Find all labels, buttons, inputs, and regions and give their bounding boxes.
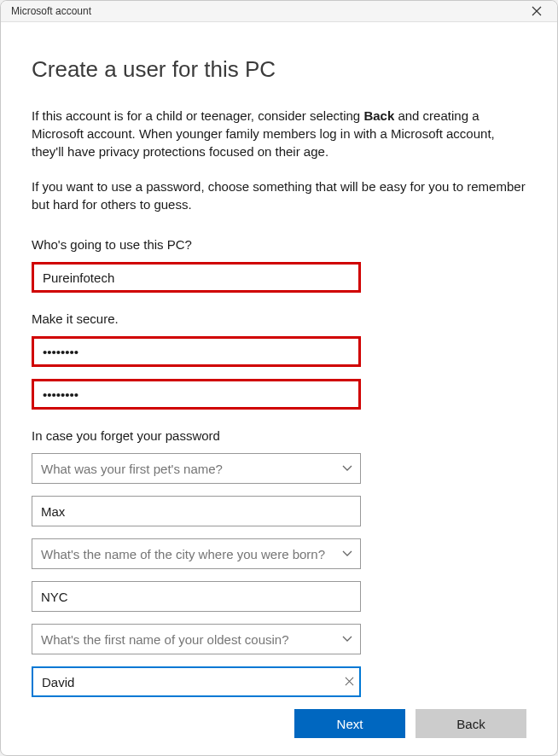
password-label: Make it secure. xyxy=(32,311,526,326)
page-heading: Create a user for this PC xyxy=(32,56,526,83)
content-area: Create a user for this PC If this accoun… xyxy=(1,22,557,756)
security-question-2-select[interactable]: What's the name of the city where you we… xyxy=(32,538,361,569)
close-icon xyxy=(532,6,542,16)
security-question-1-select[interactable]: What was your first pet's name? xyxy=(32,453,361,484)
clear-input-button[interactable] xyxy=(345,675,354,689)
security-answer-3-input[interactable] xyxy=(32,666,361,697)
button-row: Next Back xyxy=(32,709,526,747)
password-confirm-row xyxy=(32,379,526,410)
back-button[interactable]: Back xyxy=(416,709,526,738)
intro-paragraph-1: If this account is for a child or teenag… xyxy=(32,107,526,160)
password-input[interactable] xyxy=(32,336,361,367)
close-button[interactable] xyxy=(523,1,550,21)
security-question-3-value: What's the first name of your oldest cou… xyxy=(32,624,361,654)
username-row xyxy=(32,262,526,293)
security-answer-1-input[interactable] xyxy=(32,496,361,526)
username-input[interactable] xyxy=(32,262,361,293)
close-icon xyxy=(345,677,354,686)
titlebar: Microsoft account xyxy=(1,1,557,22)
security-answer-2-row xyxy=(32,581,526,612)
security-questions-label: In case you forget your password xyxy=(32,428,526,443)
window: Microsoft account Create a user for this… xyxy=(0,0,558,756)
password-row xyxy=(32,336,526,367)
security-question-3-select[interactable]: What's the first name of your oldest cou… xyxy=(32,624,361,654)
security-answer-2-input[interactable] xyxy=(32,581,361,612)
next-button[interactable]: Next xyxy=(294,709,405,738)
security-answer-1-row xyxy=(32,496,526,526)
username-label: Who's going to use this PC? xyxy=(32,237,526,252)
security-question-1-value: What was your first pet's name? xyxy=(32,453,361,484)
intro-paragraph-2: If you want to use a password, choose so… xyxy=(32,177,526,213)
window-title: Microsoft account xyxy=(11,5,91,17)
security-answer-3-row xyxy=(32,666,526,697)
password-confirm-input[interactable] xyxy=(32,379,361,410)
security-question-2-value: What's the name of the city where you we… xyxy=(32,538,361,569)
